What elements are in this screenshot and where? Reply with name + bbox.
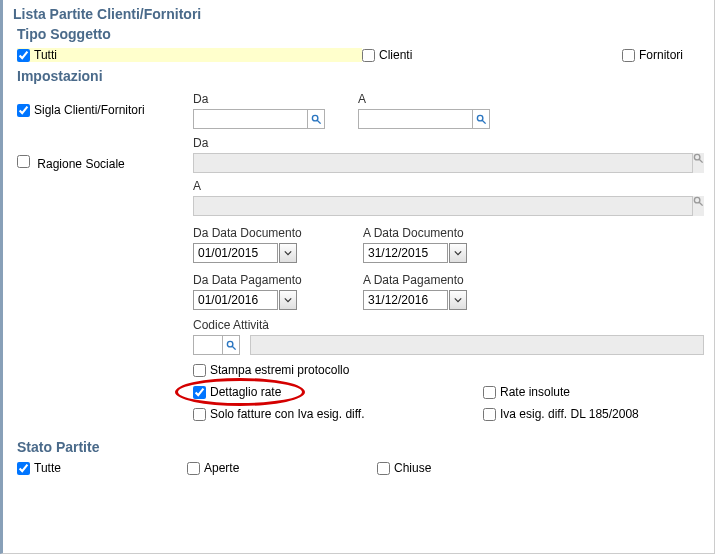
label-tutte: Tutte (34, 461, 61, 475)
section-tipo-soggetto: Tipo Soggetto (17, 26, 704, 42)
label-solo-fatture: Solo fatture con Iva esig. diff. (210, 407, 365, 421)
section-stato-partite: Stato Partite (17, 439, 704, 455)
label-tutti: Tutti (34, 48, 57, 62)
input-ragione-a[interactable] (193, 196, 693, 216)
label-iva-esig: Iva esig. diff. DL 185/2008 (500, 407, 639, 421)
checkbox-iva-esig[interactable] (483, 408, 496, 421)
label-sigla: Sigla Clienti/Fornitori (34, 103, 145, 117)
section-impostazioni: Impostazioni (17, 68, 704, 84)
label-a: A (358, 92, 513, 106)
checkbox-tutti[interactable] (17, 49, 30, 62)
label-ragione-a: A (193, 179, 704, 193)
svg-point-4 (694, 154, 700, 160)
search-icon[interactable] (472, 109, 490, 129)
search-icon[interactable] (693, 153, 704, 173)
label-da-data-pagamento: Da Data Pagamento (193, 273, 353, 287)
checkbox-solo-fatture[interactable] (193, 408, 206, 421)
svg-line-7 (699, 202, 702, 205)
search-icon[interactable] (222, 335, 240, 355)
checkbox-clienti[interactable] (362, 49, 375, 62)
label-clienti: Clienti (379, 48, 412, 62)
checkbox-sigla[interactable] (17, 104, 30, 117)
svg-point-0 (312, 115, 318, 121)
label-a-data-documento: A Data Documento (363, 226, 523, 240)
input-sigla-a[interactable] (358, 109, 473, 129)
label-dettaglio-rate: Dettaglio rate (210, 385, 281, 399)
input-ragione-da[interactable] (193, 153, 693, 173)
svg-line-5 (699, 159, 702, 162)
label-stampa-estremi: Stampa estremi protocollo (210, 363, 349, 377)
chevron-down-icon[interactable] (279, 243, 297, 263)
checkbox-chiuse[interactable] (377, 462, 390, 475)
page-title: Lista Partite Clienti/Fornitori (13, 6, 704, 22)
checkbox-dettaglio-rate[interactable] (193, 386, 206, 399)
svg-line-3 (482, 120, 485, 123)
checkbox-aperte[interactable] (187, 462, 200, 475)
chevron-down-icon[interactable] (279, 290, 297, 310)
label-ragione-da: Da (193, 136, 704, 150)
label-ragione: Ragione Sociale (37, 157, 124, 171)
input-a-data-pagamento[interactable] (363, 290, 448, 310)
chevron-down-icon[interactable] (449, 243, 467, 263)
label-chiuse: Chiuse (394, 461, 431, 475)
input-codice-attivita-desc (250, 335, 704, 355)
checkbox-rate-insolute[interactable] (483, 386, 496, 399)
label-rate-insolute: Rate insolute (500, 385, 570, 399)
search-icon[interactable] (693, 196, 704, 216)
checkbox-ragione[interactable] (17, 155, 30, 168)
input-a-data-documento[interactable] (363, 243, 448, 263)
checkbox-tutte[interactable] (17, 462, 30, 475)
svg-line-1 (317, 120, 320, 123)
label-fornitori: Fornitori (639, 48, 683, 62)
input-da-data-pagamento[interactable] (193, 290, 278, 310)
label-a-data-pagamento: A Data Pagamento (363, 273, 523, 287)
search-icon[interactable] (307, 109, 325, 129)
chevron-down-icon[interactable] (449, 290, 467, 310)
label-codice-attivita: Codice Attività (193, 318, 704, 332)
checkbox-stampa-estremi[interactable] (193, 364, 206, 377)
input-codice-attivita[interactable] (193, 335, 223, 355)
label-aperte: Aperte (204, 461, 239, 475)
input-da-data-documento[interactable] (193, 243, 278, 263)
svg-point-6 (694, 197, 700, 203)
svg-line-9 (232, 346, 235, 349)
svg-point-2 (477, 115, 483, 121)
svg-point-8 (227, 341, 233, 347)
label-da-data-documento: Da Data Documento (193, 226, 353, 240)
input-sigla-da[interactable] (193, 109, 308, 129)
checkbox-fornitori[interactable] (622, 49, 635, 62)
label-da: Da (193, 92, 348, 106)
